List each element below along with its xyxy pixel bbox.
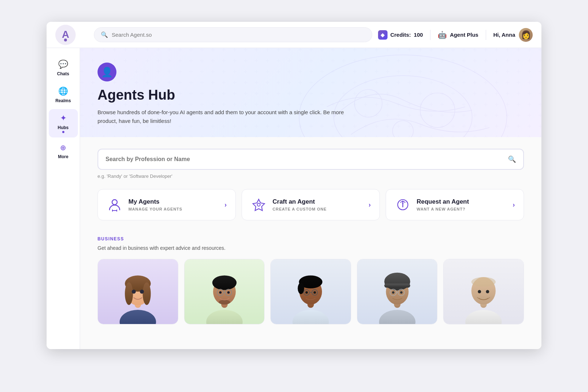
divider	[430, 30, 430, 40]
svg-point-43	[379, 310, 416, 324]
craft-agent-arrow: ›	[369, 201, 371, 209]
sidebar: 💬 Chats 🌐 Realms ✦ Hubs ⊕ More	[47, 48, 80, 349]
search-icon: 🔍	[101, 31, 108, 38]
avatar-figure-5	[444, 259, 524, 324]
sidebar-item-more-label: More	[58, 154, 68, 159]
content-area: 👤 Agents Hub Browse hundreds of done-for…	[80, 48, 541, 349]
credits-icon: ◆	[378, 30, 388, 40]
agent-hub-icon: 👤	[101, 67, 113, 78]
my-agents-arrow: ›	[225, 201, 227, 209]
credits-badge: ◆ Credits: 100	[378, 30, 423, 40]
agent-card-2[interactable]: Free	[184, 259, 265, 324]
sidebar-item-hubs[interactable]: ✦ Hubs	[49, 109, 78, 137]
agent-plus-icon: 🤖	[438, 31, 447, 39]
svg-point-26	[212, 276, 237, 290]
agent-plus-badge[interactable]: 🤖 Agent Plus	[438, 31, 478, 39]
svg-point-46	[384, 273, 410, 291]
global-search-bar[interactable]: 🔍	[94, 27, 372, 42]
svg-point-56	[472, 277, 496, 287]
svg-point-12	[257, 203, 260, 206]
svg-point-30	[219, 291, 222, 294]
hero-section: 👤 Agents Hub Browse hundreds of done-for…	[80, 48, 541, 137]
craft-agent-icon	[251, 197, 267, 213]
hero-description: Browse hundreds of done-for-you AI agent…	[98, 108, 352, 125]
my-agents-text: My Agents MANAGE YOUR AGENTS	[128, 198, 219, 211]
realms-icon: 🌐	[58, 87, 68, 96]
agent-plus-label: Agent Plus	[450, 32, 478, 38]
request-agent-card[interactable]: Request an Agent WANT A NEW AGENT? ›	[386, 189, 524, 220]
agent-card-1[interactable]: ✓	[98, 259, 178, 324]
craft-agent-subtitle: CREATE A CUSTOM ONE	[273, 207, 363, 211]
svg-point-42	[314, 291, 316, 294]
svg-point-4	[334, 76, 472, 137]
app-window: A 🔍 ◆ Credits: 100 🤖 Agent Plus Hi, Anna	[47, 22, 541, 349]
request-agent-subtitle: WANT A NEW AGENT?	[417, 207, 507, 211]
page-title: Agents Hub	[98, 87, 524, 103]
request-agent-icon	[395, 197, 411, 213]
user-avatar: 👩	[519, 28, 533, 42]
agent-card-4[interactable]: Free	[357, 259, 438, 324]
profession-search-input[interactable]	[106, 156, 504, 163]
chats-icon: 💬	[58, 60, 68, 69]
divider-2	[486, 30, 486, 40]
craft-agent-title: Craft an Agent	[273, 198, 363, 205]
sidebar-item-realms[interactable]: 🌐 Realms	[49, 82, 78, 108]
agent-avatar-2	[184, 259, 265, 324]
agent-avatar-3	[271, 259, 351, 324]
svg-rect-47	[384, 284, 410, 288]
hero-icon: 👤	[98, 63, 116, 81]
avatar-figure-3	[271, 259, 351, 324]
request-agent-arrow: ›	[513, 201, 515, 209]
request-agent-text: Request an Agent WANT A NEW AGENT?	[417, 198, 507, 211]
agent-avatar-1	[98, 259, 178, 324]
svg-point-51	[392, 291, 394, 294]
svg-point-19	[125, 282, 133, 305]
agent-avatar-4	[357, 259, 437, 324]
svg-point-23	[206, 310, 242, 324]
search-hint: e.g. 'Randy' or 'Software Developer'	[98, 173, 524, 179]
hubs-icon: ✦	[60, 113, 67, 123]
agents-grid: ✓	[98, 259, 524, 324]
agent-card-5[interactable]: Free	[443, 259, 524, 324]
svg-point-33	[293, 310, 329, 324]
svg-point-58	[486, 290, 489, 293]
request-agent-title: Request an Agent	[417, 198, 507, 205]
profession-search-bar[interactable]: 🔍	[98, 149, 524, 170]
svg-point-14	[402, 203, 404, 204]
section-label: BUSINESS	[98, 236, 524, 241]
greeting-text: Hi, Anna	[493, 32, 515, 38]
svg-point-21	[132, 289, 136, 293]
svg-point-37	[298, 283, 304, 294]
main-content: 🔍 e.g. 'Randy' or 'Software Developer'	[80, 137, 541, 336]
svg-point-53	[465, 310, 502, 324]
avatar-figure-1	[98, 259, 178, 324]
avatar-figure-4	[357, 259, 437, 324]
svg-point-2	[64, 39, 67, 41]
sidebar-item-chats-label: Chats	[57, 71, 69, 76]
sidebar-item-more[interactable]: ⊕ More	[49, 139, 78, 164]
profession-search-icon: 🔍	[508, 155, 516, 163]
sidebar-item-chats[interactable]: 💬 Chats	[49, 55, 78, 81]
topbar-right: ◆ Credits: 100 🤖 Agent Plus Hi, Anna 👩	[378, 28, 533, 42]
agent-card-3[interactable]: Free	[270, 259, 351, 324]
avatar-figure-2	[184, 259, 265, 324]
sidebar-item-realms-label: Realms	[55, 98, 71, 103]
svg-point-22	[140, 289, 144, 293]
agent-avatar-5	[444, 259, 524, 324]
global-search-input[interactable]	[112, 32, 365, 38]
main-layout: 💬 Chats 🌐 Realms ✦ Hubs ⊕ More	[47, 48, 541, 349]
svg-point-52	[400, 291, 402, 294]
action-cards-container: My Agents MANAGE YOUR AGENTS ›	[98, 189, 524, 220]
sidebar-item-hubs-label: Hubs	[58, 125, 69, 130]
logo[interactable]: A	[55, 25, 88, 45]
my-agents-card[interactable]: My Agents MANAGE YOUR AGENTS ›	[98, 189, 236, 220]
my-agents-icon	[107, 197, 123, 213]
svg-point-20	[143, 282, 151, 305]
svg-point-32	[219, 300, 230, 304]
craft-agent-card[interactable]: Craft an Agent CREATE A CUSTOM ONE ›	[242, 189, 380, 220]
craft-agent-text: Craft an Agent CREATE A CUSTOM ONE	[273, 198, 363, 211]
active-indicator	[62, 131, 64, 133]
svg-point-31	[227, 291, 230, 294]
user-greeting[interactable]: Hi, Anna 👩	[493, 28, 533, 42]
svg-point-15	[120, 310, 156, 324]
